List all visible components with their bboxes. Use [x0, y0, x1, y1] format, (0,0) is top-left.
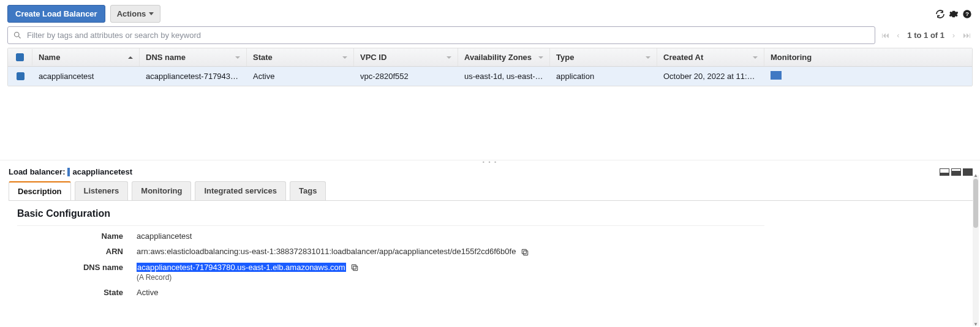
page-last-icon[interactable]: ⏭: [963, 31, 970, 40]
chevron-down-icon: [149, 12, 154, 15]
detail-header-name: acappliancetest: [72, 167, 132, 176]
value-dns-sub: (A Record): [137, 273, 359, 282]
field-dns: DNS name acappliancetest-717943780.us-ea…: [17, 260, 963, 285]
label-dns: DNS name: [17, 263, 137, 272]
page-first-icon[interactable]: ⏮: [881, 31, 889, 40]
column-header-type[interactable]: Type: [550, 48, 657, 66]
tab-monitoring[interactable]: Monitoring: [132, 181, 191, 200]
label-state: State: [17, 288, 137, 297]
label-name: Name: [17, 231, 137, 241]
column-header-az[interactable]: Availability Zones: [458, 48, 550, 66]
drag-handle-icon: • • •: [483, 159, 497, 165]
cell-state: Active: [247, 67, 354, 85]
filter-input[interactable]: [26, 30, 870, 40]
section-title-basic-config: Basic Configuration: [17, 208, 963, 219]
cell-type: application: [550, 67, 657, 85]
table-header-row: Name DNS name State VPC ID Availability …: [8, 48, 972, 67]
cell-monitoring[interactable]: [764, 67, 813, 86]
tab-integrated-services[interactable]: Integrated services: [195, 181, 286, 200]
filter-box[interactable]: [7, 26, 875, 44]
column-header-name[interactable]: Name: [32, 48, 140, 66]
detail-tabs: Description Listeners Monitoring Integra…: [0, 179, 980, 200]
load-balancer-table: Name DNS name State VPC ID Availability …: [7, 48, 973, 86]
value-arn: arn:aws:elasticloadbalancing:us-east-1:3…: [137, 247, 516, 256]
sort-icon: [753, 56, 758, 59]
pager: ⏮ ‹ 1 to 1 of 1 › ⏭: [879, 31, 973, 40]
column-header-created[interactable]: Created At: [657, 48, 764, 66]
detail-scrollbar[interactable]: ▲ ▼: [973, 175, 979, 326]
copy-dns-icon[interactable]: [350, 263, 359, 272]
sort-icon: [235, 56, 240, 59]
tab-description[interactable]: Description: [9, 181, 71, 200]
filter-row: ⏮ ‹ 1 to 1 of 1 › ⏭: [0, 26, 980, 48]
value-dns[interactable]: acappliancetest-717943780.us-east-1.elb.…: [137, 263, 346, 272]
label-arn: ARN: [17, 247, 137, 256]
detail-header: Load balancer: acappliancetest: [0, 164, 980, 179]
svg-point-2: [15, 32, 20, 37]
help-icon[interactable]: ?: [962, 9, 973, 20]
detail-body: Basic Configuration Name acappliancetest…: [0, 201, 980, 300]
field-arn: ARN arn:aws:elasticloadbalancing:us-east…: [17, 244, 963, 260]
svg-rect-4: [522, 249, 526, 254]
settings-gear-icon[interactable]: [948, 9, 959, 20]
monitoring-chart-icon: [771, 71, 782, 80]
svg-rect-5: [353, 266, 358, 271]
scrollbar-thumb[interactable]: [973, 179, 978, 228]
cell-az: us-east-1d, us-east-1c, …: [458, 67, 550, 85]
field-state: State Active: [17, 285, 963, 300]
cell-dns: acappliancetest-717943780.…: [140, 67, 247, 85]
row-checkbox[interactable]: [17, 72, 24, 80]
scroll-down-icon[interactable]: ▼: [973, 321, 979, 327]
select-all-header[interactable]: [8, 49, 32, 66]
cell-vpc: vpc-2820f552: [354, 67, 458, 85]
column-header-monitoring[interactable]: Monitoring: [764, 48, 813, 66]
actions-label: Actions: [117, 9, 146, 18]
copy-arn-icon[interactable]: [521, 248, 529, 257]
panel-minimize-button[interactable]: [940, 168, 949, 176]
value-state: Active: [137, 288, 158, 297]
sort-asc-icon: [128, 56, 133, 59]
page-prev-icon[interactable]: ‹: [894, 31, 902, 40]
cell-created: October 20, 2022 at 11:03:3…: [657, 67, 764, 85]
tab-listeners[interactable]: Listeners: [75, 181, 129, 200]
panel-split-button[interactable]: [951, 168, 961, 176]
cell-name: acappliancetest: [32, 67, 140, 85]
svg-text:?: ?: [965, 11, 969, 17]
panel-size-controls: [940, 168, 973, 176]
top-toolbar: Create Load Balancer Actions ?: [0, 0, 980, 26]
sort-icon: [646, 56, 650, 59]
select-all-checkbox[interactable]: [16, 53, 24, 61]
table-row[interactable]: acappliancetest acappliancetest-71794378…: [8, 67, 972, 86]
column-header-dns[interactable]: DNS name: [140, 48, 247, 66]
svg-rect-3: [524, 250, 528, 255]
column-header-state[interactable]: State: [247, 48, 354, 66]
search-icon: [13, 31, 22, 40]
svg-rect-6: [352, 265, 356, 269]
actions-dropdown-button[interactable]: Actions: [110, 5, 161, 23]
detail-header-prefix: Load balancer:: [9, 167, 65, 176]
page-next-icon[interactable]: ›: [950, 31, 957, 40]
create-load-balancer-button[interactable]: Create Load Balancer: [7, 5, 105, 23]
column-header-vpc[interactable]: VPC ID: [354, 48, 458, 66]
value-name: acappliancetest: [137, 231, 192, 241]
selection-marker-icon: [67, 168, 70, 176]
sort-icon: [538, 56, 543, 59]
pager-text: 1 to 1 of 1: [907, 31, 944, 40]
sort-icon: [342, 56, 347, 59]
refresh-icon[interactable]: [935, 9, 946, 20]
field-name: Name acappliancetest: [17, 228, 963, 244]
scroll-up-icon[interactable]: ▲: [973, 173, 979, 178]
panel-maximize-button[interactable]: [963, 168, 973, 176]
sort-icon: [447, 56, 451, 59]
toolbar-right: ?: [935, 9, 973, 20]
tab-tags[interactable]: Tags: [290, 181, 326, 200]
